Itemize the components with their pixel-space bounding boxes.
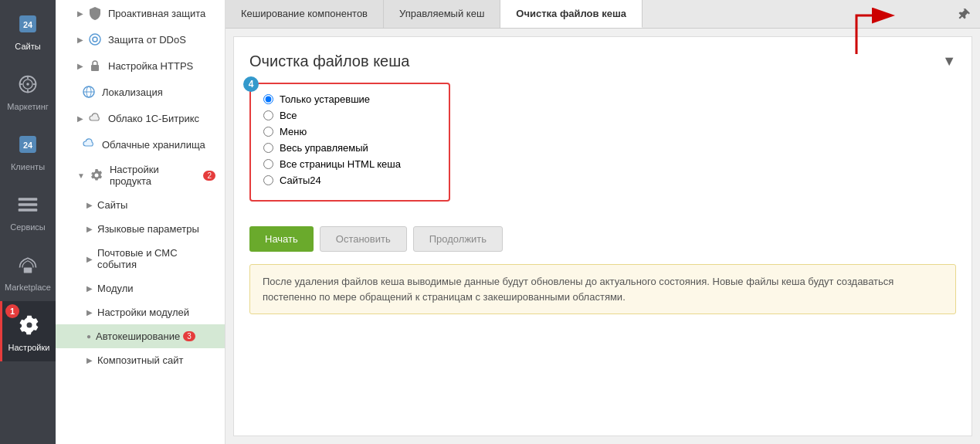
radio-sites24[interactable]: Сайты24: [263, 175, 436, 186]
sidebar-label-services: Сервисы: [10, 222, 46, 232]
radio-managed[interactable]: Весь управляемый: [263, 142, 436, 154]
options-container: 4 Только устаревшие Все Меню Весь управл…: [249, 83, 450, 214]
sidebar-label-clients: Клиенты: [11, 162, 45, 171]
start-button[interactable]: Начать: [249, 226, 314, 252]
sidebar-item-marketing[interactable]: Маркетинг: [0, 60, 56, 120]
sidebar-icons: 24 Сайты Маркетинг 24 Клиент: [0, 0, 56, 444]
nav-item-cloud1c[interactable]: ▶ Облако 1С-Битрикс: [56, 105, 225, 131]
svg-text:24: 24: [23, 20, 32, 29]
arrow-icon: ▶: [86, 284, 93, 293]
radio-all[interactable]: Все: [263, 110, 436, 121]
radio-html-input[interactable]: [263, 159, 273, 169]
shield-icon: [88, 6, 102, 20]
arrow-icon: ▶: [86, 201, 93, 209]
svg-point-4: [26, 83, 29, 86]
nav-item-https[interactable]: ▶ Настройка HTTPS: [56, 53, 225, 79]
arrow-down-icon: ▼: [77, 171, 85, 180]
nav-item-proactive[interactable]: ▶ Проактивная защита: [56, 0, 225, 26]
tab-pin-button[interactable]: [949, 0, 980, 28]
nav-item-storage[interactable]: Облачные хранилища: [56, 131, 225, 158]
tab-managed-cache[interactable]: Управляемый кеш: [384, 0, 500, 28]
bullet-icon: ●: [86, 332, 91, 341]
radio-outdated-input[interactable]: [263, 94, 273, 104]
arrow-icon: ▶: [86, 255, 93, 263]
autocache-badge: 3: [183, 331, 195, 341]
sidebar-item-clients[interactable]: 24 Клиенты: [0, 120, 56, 181]
nav-label-autocache: Автокеширование: [96, 330, 180, 342]
arrow-icon: ▶: [77, 114, 83, 123]
radio-all-input[interactable]: [263, 110, 273, 120]
options-badge: 4: [243, 76, 259, 92]
svg-rect-14: [24, 268, 32, 273]
arrow-icon: ▶: [77, 9, 83, 18]
radio-menu-input[interactable]: [263, 127, 273, 137]
shield-target-icon: [88, 32, 102, 46]
cache-options-box: 4 Только устаревшие Все Меню Весь управл…: [249, 83, 450, 202]
tab-clear-cache[interactable]: Очистка файлов кеша: [500, 0, 643, 28]
nav-label-lang: Языковые параметры: [97, 223, 199, 235]
nav-item-composite[interactable]: ▶ Композитный сайт: [56, 348, 225, 372]
main-content: Кеширование компонентов Управляемый кеш …: [226, 0, 980, 444]
arrow-icon: ▶: [77, 62, 83, 70]
svg-point-17: [93, 37, 97, 42]
cloud-storage-icon: [82, 137, 96, 151]
svg-rect-13: [19, 208, 38, 212]
nav-item-module-settings[interactable]: ▶ Настройки модулей: [56, 300, 225, 324]
nav-label-proactive: Проактивная защита: [108, 8, 205, 19]
sidebar-item-sites[interactable]: 24 Сайты: [0, 0, 56, 60]
svg-rect-18: [91, 65, 99, 71]
nav-item-modules[interactable]: ▶ Модули: [56, 276, 225, 300]
sidebar-label-settings: Настройки: [8, 343, 50, 352]
lock-icon: [88, 59, 102, 73]
info-text: После удаления файлов кеша выводимые дан…: [263, 276, 894, 303]
nav-item-autocache[interactable]: ● Автокеширование 3: [56, 324, 225, 348]
arrow-icon: ▶: [86, 225, 93, 233]
nav-label-storage: Облачные хранилища: [102, 139, 205, 151]
nav-label-sites-sub: Сайты: [97, 199, 127, 211]
settings-badge: 1: [5, 304, 19, 318]
pin-icon: [958, 8, 971, 20]
product-settings-badge: 2: [203, 171, 215, 181]
chevron-down-icon[interactable]: ▼: [942, 53, 956, 69]
nav-item-product-settings[interactable]: ▼ Настройки продукта 2: [56, 158, 225, 193]
sidebar-label-marketplace: Marketplace: [5, 283, 51, 292]
sidebar-item-settings[interactable]: Настройки 1: [0, 301, 56, 361]
arrow-icon: ▶: [86, 356, 93, 364]
nav-label-composite: Композитный сайт: [97, 354, 183, 366]
stop-button[interactable]: Остановить: [320, 226, 407, 252]
arrow-icon: ▶: [86, 308, 93, 317]
section-title: Очистка файлов кеша ▼: [249, 53, 956, 70]
svg-point-15: [26, 323, 32, 328]
nav-item-mail[interactable]: ▶ Почтовые и СМС события: [56, 241, 225, 276]
gear-nav-icon: [90, 168, 103, 182]
radio-html[interactable]: Все страницы HTML кеша: [263, 158, 436, 170]
nav-item-sites-sub[interactable]: ▶ Сайты: [56, 193, 225, 217]
svg-rect-12: [19, 203, 38, 206]
svg-point-22: [94, 174, 98, 178]
sidebar-label-marketing: Маркетинг: [7, 102, 48, 111]
svg-rect-11: [19, 198, 38, 201]
nav-label-locale: Локализация: [102, 86, 163, 98]
globe-icon: [82, 85, 96, 99]
sidebar-item-services[interactable]: Сервисы: [0, 181, 56, 241]
radio-managed-input[interactable]: [263, 143, 273, 153]
sidebar-item-marketplace[interactable]: Marketplace: [0, 241, 56, 301]
tab-component-cache[interactable]: Кеширование компонентов: [226, 0, 384, 28]
arrow-icon: ▶: [77, 36, 83, 44]
nav-item-lang[interactable]: ▶ Языковые параметры: [56, 217, 225, 241]
nav-item-ddos[interactable]: ▶ Защита от DDoS: [56, 26, 225, 53]
nav-label-cloud1c: Облако 1С-Битрикс: [108, 113, 199, 124]
content-area: Очистка файлов кеша ▼ 4 Только устаревши…: [233, 36, 972, 436]
svg-point-16: [90, 34, 100, 45]
action-buttons: Начать Остановить Продолжить: [249, 226, 956, 252]
radio-sites24-input[interactable]: [263, 175, 273, 185]
info-box: После удаления файлов кеша выводимые дан…: [249, 264, 956, 314]
nav-label-https: Настройка HTTPS: [108, 60, 193, 72]
nav-item-locale[interactable]: Локализация: [56, 79, 225, 105]
sidebar-label-sites: Сайты: [15, 42, 40, 51]
continue-button[interactable]: Продолжить: [413, 226, 503, 252]
radio-outdated[interactable]: Только устаревшие: [263, 93, 436, 105]
nav-sidebar: ▶ Проактивная защита ▶ Защита от DDoS ▶ …: [56, 0, 226, 444]
tabs-bar: Кеширование компонентов Управляемый кеш …: [226, 0, 980, 29]
radio-menu[interactable]: Меню: [263, 126, 436, 137]
